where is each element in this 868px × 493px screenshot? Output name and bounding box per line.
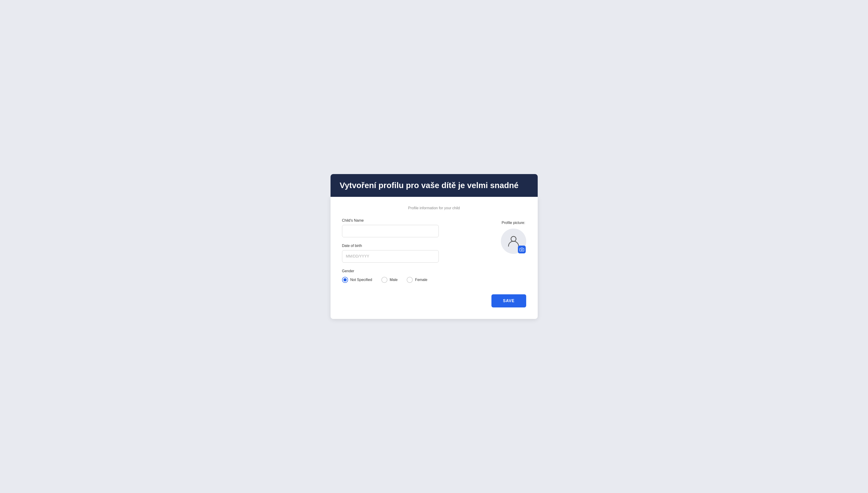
gender-male-option[interactable]: Male: [381, 277, 398, 283]
form-subtitle: Profile information for your child: [342, 206, 526, 210]
gender-male-label: Male: [390, 278, 398, 282]
header-banner: Vytvoření profilu pro vaše dítě je velmi…: [330, 174, 538, 197]
gender-female-radio[interactable]: [407, 277, 413, 283]
date-of-birth-group: Date of birth: [342, 244, 487, 263]
profile-picture-section: Profile picture:: [501, 218, 526, 254]
gender-not-specified-option[interactable]: Not Specified: [342, 277, 372, 283]
profile-picture-label: Profile picture:: [502, 221, 525, 225]
gender-options: Not Specified Male Female: [342, 277, 487, 283]
gender-male-radio[interactable]: [381, 277, 387, 283]
camera-icon: [520, 247, 524, 252]
camera-badge-button[interactable]: [518, 245, 526, 253]
form-fields: Child's Name Date of birth Gender N: [342, 218, 487, 283]
date-of-birth-input[interactable]: [342, 250, 439, 263]
gender-section: Gender Not Specified Male: [342, 269, 487, 283]
child-name-group: Child's Name: [342, 218, 487, 237]
form-card: Profile information for your child Child…: [330, 197, 538, 319]
avatar-container: [501, 229, 526, 254]
gender-not-specified-label: Not Specified: [350, 278, 372, 282]
gender-label: Gender: [342, 269, 487, 273]
gender-not-specified-radio[interactable]: [342, 277, 348, 283]
page-container: Vytvoření profilu pro vaše dítě je velmi…: [330, 174, 538, 319]
save-button[interactable]: SAVE: [491, 294, 526, 307]
svg-point-0: [511, 236, 516, 241]
header-title: Vytvoření profilu pro vaše dítě je velmi…: [340, 180, 528, 190]
child-name-label: Child's Name: [342, 218, 487, 222]
child-name-input[interactable]: [342, 225, 439, 237]
footer-actions: SAVE: [342, 294, 526, 307]
svg-point-1: [521, 249, 523, 251]
form-body: Child's Name Date of birth Gender N: [342, 218, 526, 283]
gender-female-label: Female: [415, 278, 427, 282]
date-of-birth-label: Date of birth: [342, 244, 487, 248]
gender-female-option[interactable]: Female: [407, 277, 427, 283]
